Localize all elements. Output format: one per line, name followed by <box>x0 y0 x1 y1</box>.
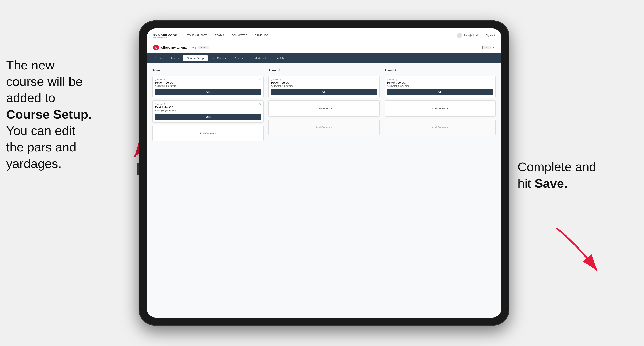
tournament-name: Clippd Invitational <box>161 46 188 49</box>
annotation-bold: Course Setup. <box>6 107 92 121</box>
right-annotation: Complete and hit Save. <box>518 159 620 191</box>
annotation-line6: yardages. <box>6 157 62 171</box>
tab-course-setup[interactable]: Course Setup <box>183 55 208 61</box>
main-content: Round 1 ⊙ (Course A) Peachtree GC Yellow… <box>147 63 501 318</box>
user-email: blair@clippd.io <box>464 34 480 37</box>
nav-separator: | <box>483 34 484 37</box>
round-3-add-course-label: Add Course + <box>432 107 448 110</box>
round-1-course-a-edit-btn[interactable]: Edit <box>155 89 261 95</box>
round-2-add-course-disabled-label: Add Course + <box>316 126 332 129</box>
tablet-shell: SCOREBOARD Powered by clippd TOURNAMENTS… <box>138 20 510 326</box>
tablet-side-button <box>136 163 138 175</box>
round-2-course-a-name: Peachtree GC <box>271 81 377 84</box>
round-2-add-course-disabled: Add Course + <box>268 119 380 135</box>
tournament-gender: (Men) <box>190 46 196 49</box>
round-1-course-b-card: ⊙ (Course B) East Lake GC Black (M) (689… <box>152 100 264 123</box>
nav-left: SCOREBOARD Powered by clippd TOURNAMENTS… <box>153 33 268 38</box>
round-1-course-a-remove-btn[interactable]: ⊙ <box>259 78 262 80</box>
round-3-course-a-edit-btn[interactable]: Edit <box>387 89 493 95</box>
annotation-right-bold: Save. <box>534 176 568 190</box>
nav-link-committee[interactable]: COMMITTEE <box>231 34 247 37</box>
tab-results[interactable]: Results <box>230 55 246 61</box>
annotation-line2: course will be <box>6 74 83 89</box>
sign-out-link[interactable]: Sign out <box>486 34 495 37</box>
annotation-line4: You can edit <box>6 124 75 138</box>
nav-link-tournaments[interactable]: TOURNAMENTS <box>187 34 208 37</box>
round-1-course-a-name: Peachtree GC <box>155 81 261 84</box>
round-3-add-course-disabled: Add Course + <box>384 119 496 135</box>
cancel-button[interactable]: Cancel <box>482 46 491 49</box>
round-2-column: Round 2 ⊙ (Course A) Peachtree GC Yellow… <box>268 69 380 141</box>
round-3-column: Round 3 ⊙ (Course A) Peachtree GC Yellow… <box>384 69 496 141</box>
tablet-screen: SCOREBOARD Powered by clippd TOURNAMENTS… <box>147 28 501 318</box>
round-3-course-a-name: Peachtree GC <box>387 81 493 84</box>
nav-links: TOURNAMENTS TEAMS COMMITTEE RANKINGS <box>187 34 268 37</box>
round-2-add-course-label: Add Course + <box>316 107 332 110</box>
round-1-course-b-label: (Course B) <box>155 103 261 105</box>
user-avatar <box>457 33 462 38</box>
close-icon[interactable]: ✕ <box>492 46 495 49</box>
round-1-course-a-card: ⊙ (Course A) Peachtree GC Yellow (M) (66… <box>152 76 264 98</box>
annotation-line3: added to <box>6 91 55 105</box>
clippd-logo: C <box>153 45 159 50</box>
rounds-grid: Round 1 ⊙ (Course A) Peachtree GC Yellow… <box>152 69 496 141</box>
annotation-line1: The new <box>6 58 54 72</box>
annotation-right-line2: hit <box>518 176 534 190</box>
left-annotation: The new course will be added to Course S… <box>6 57 132 172</box>
round-1-add-course[interactable]: Add Course + <box>152 125 264 141</box>
annotation-line5: the pars and <box>6 140 76 154</box>
tabs-bar: Details Teams Course Setup Tee Groups Re… <box>147 53 501 63</box>
round-2-course-a-label: (Course A) <box>271 78 377 81</box>
round-1-course-a-tee: Yellow (M) (6629 yds) <box>155 85 261 87</box>
nav-right: blair@clippd.io | Sign out <box>457 33 495 38</box>
round-3-course-a-label: (Course A) <box>387 78 493 81</box>
brand-sub: Powered by clippd <box>153 36 166 38</box>
cancel-area: Cancel ✕ <box>482 46 495 49</box>
round-1-title: Round 1 <box>152 69 264 72</box>
app-content: SCOREBOARD Powered by clippd TOURNAMENTS… <box>147 28 501 318</box>
round-2-course-a-remove-btn[interactable]: ⊙ <box>376 78 378 80</box>
arrow-right <box>544 224 609 281</box>
nav-link-rankings[interactable]: RANKINGS <box>254 34 268 37</box>
round-2-title: Round 2 <box>268 69 380 72</box>
round-1-course-b-tee: Black (M) (6891 yds) <box>155 109 261 112</box>
tournament-bar: C Clippd Invitational (Men) Hosting Canc… <box>147 42 501 53</box>
tournament-title-area: C Clippd Invitational (Men) Hosting <box>153 45 209 50</box>
tab-tee-groups[interactable]: Tee Groups <box>208 55 230 61</box>
round-1-course-b-name: East Lake GC <box>155 106 261 109</box>
brand-logo: SCOREBOARD Powered by clippd <box>153 33 177 38</box>
round-1-add-course-label: Add Course + <box>200 132 216 135</box>
round-3-add-course[interactable]: Add Course + <box>384 100 496 117</box>
nav-link-teams[interactable]: TEAMS <box>215 34 224 37</box>
round-1-course-a-label: (Course A) <box>155 78 261 81</box>
round-1-course-b-remove-btn[interactable]: ⊙ <box>259 102 262 105</box>
tab-leaderboards[interactable]: Leaderboards <box>247 55 271 61</box>
round-1-column: Round 1 ⊙ (Course A) Peachtree GC Yellow… <box>152 69 264 141</box>
round-3-add-course-disabled-label: Add Course + <box>432 126 448 129</box>
round-2-add-course[interactable]: Add Course + <box>268 100 380 117</box>
annotation-right-line1: Complete and <box>518 160 596 174</box>
round-3-course-a-card: ⊙ (Course A) Peachtree GC Yellow (M) (66… <box>384 76 496 98</box>
tab-details[interactable]: Details <box>151 55 166 61</box>
top-nav: SCOREBOARD Powered by clippd TOURNAMENTS… <box>147 28 501 42</box>
round-2-course-a-tee: Yellow (M) (6629 yds) <box>271 85 377 87</box>
tab-teams[interactable]: Teams <box>167 55 182 61</box>
round-3-course-a-tee: Yellow (M) (6629 yds) <box>387 85 493 87</box>
round-3-title: Round 3 <box>384 69 496 72</box>
round-2-course-a-edit-btn[interactable]: Edit <box>271 89 377 95</box>
round-1-course-b-edit-btn[interactable]: Edit <box>155 114 261 120</box>
round-2-course-a-card: ⊙ (Course A) Peachtree GC Yellow (M) (66… <box>268 76 380 98</box>
brand-name: SCOREBOARD <box>153 33 177 36</box>
hosting-badge: Hosting <box>198 46 209 49</box>
tab-printables[interactable]: Printables <box>272 55 291 61</box>
round-3-course-a-remove-btn[interactable]: ⊙ <box>491 78 494 80</box>
